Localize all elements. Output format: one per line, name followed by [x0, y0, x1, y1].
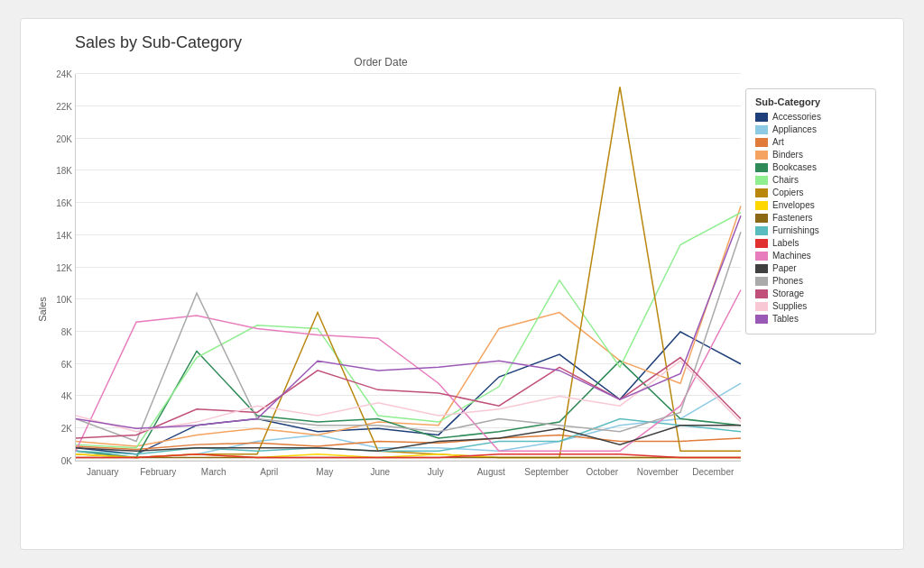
legend-item: Chairs — [755, 175, 866, 185]
x-label: December — [686, 467, 742, 477]
legend-label: Fasteners — [772, 213, 812, 223]
legend-label: Paper — [772, 263, 797, 273]
legend-item: Paper — [755, 263, 866, 273]
chart-subtitle: Order Date — [21, 56, 741, 69]
legend-label: Copiers — [772, 188, 803, 197]
series-line-binders — [76, 206, 741, 446]
legend-label: Accessories — [772, 112, 821, 122]
series-line-phones — [76, 232, 741, 441]
legend-item: Supplies — [755, 301, 866, 311]
legend-label: Phones — [772, 276, 803, 286]
legend-item: Tables — [755, 314, 866, 324]
legend-item: Art — [755, 137, 866, 147]
legend-label: Tables — [772, 314, 799, 324]
legend-item: Accessories — [755, 112, 866, 122]
series-line-copiers — [76, 87, 741, 457]
legend-label: Storage — [772, 289, 804, 298]
legend-label: Binders — [772, 150, 803, 160]
x-label: August — [464, 467, 520, 477]
x-label: September — [519, 467, 575, 477]
legend-label: Labels — [772, 238, 799, 248]
x-label: October — [575, 467, 631, 477]
series-line-tables — [76, 215, 741, 428]
x-label: January — [75, 467, 131, 477]
legend-item: Appliances — [755, 124, 866, 134]
x-label: May — [297, 467, 353, 477]
legend-label: Bookcases — [772, 162, 817, 172]
legend-item: Storage — [755, 289, 866, 298]
x-label: June — [353, 467, 409, 477]
x-label: April — [242, 467, 298, 477]
series-line-chairs — [76, 213, 741, 448]
legend-label: Chairs — [772, 175, 799, 185]
legend-label: Supplies — [772, 301, 807, 311]
legend-label: Machines — [772, 251, 811, 261]
legend-item: Envelopes — [755, 200, 866, 210]
legend-title: Sub-Category — [755, 96, 866, 107]
legend-item: Fasteners — [755, 213, 866, 223]
x-label: July — [408, 467, 464, 477]
line-chart — [76, 74, 741, 461]
legend-label: Art — [772, 137, 784, 147]
legend-item: Bookcases — [755, 162, 866, 172]
chart-area: 24K22K20K18K16K14K12K10K8K6K4K2K0K — [75, 74, 741, 462]
legend-item: Labels — [755, 238, 866, 248]
x-labels: JanuaryFebruaryMarchAprilMayJuneJulyAugu… — [75, 467, 741, 477]
legend: Sub-Category AccessoriesAppliancesArtBin… — [745, 88, 876, 334]
legend-item: Phones — [755, 276, 866, 286]
x-label: February — [131, 467, 187, 477]
legend-label: Furnishings — [772, 225, 819, 235]
legend-item: Machines — [755, 251, 866, 261]
legend-label: Envelopes — [772, 200, 815, 210]
chart-title: Sales by Sub-Category — [75, 33, 885, 52]
legend-item: Furnishings — [755, 225, 866, 235]
chart-container: Sales by Sub-Category Order Date Sales 2… — [20, 18, 904, 550]
legend-item: Copiers — [755, 188, 866, 197]
x-label: March — [186, 467, 242, 477]
legend-label: Appliances — [772, 124, 817, 134]
x-label: November — [630, 467, 686, 477]
legend-item: Binders — [755, 150, 866, 160]
